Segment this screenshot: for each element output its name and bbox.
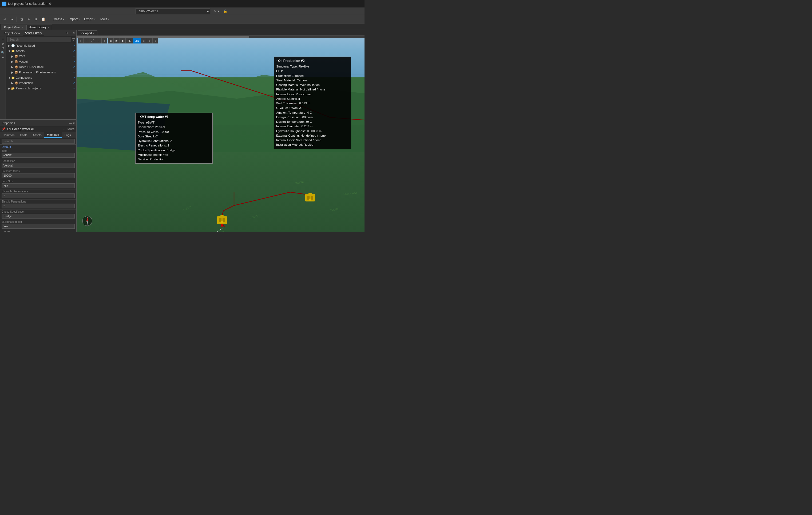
stop-btn[interactable]: ■ <box>120 38 125 44</box>
panel-icon-1[interactable]: ⊞ <box>66 31 68 35</box>
tab-panel-project-view[interactable]: Project View <box>2 31 22 35</box>
svg-rect-15 <box>221 215 224 217</box>
filter-icon[interactable]: ▽ <box>72 38 75 41</box>
side-icon-3[interactable]: ⊞ <box>2 47 4 50</box>
prop-value-hydraulic[interactable]: 2 <box>2 194 75 198</box>
chart-btn[interactable]: ⌇ <box>152 38 158 44</box>
tree-pipeline[interactable]: ▶ 📦 Pipeline and Pipeline Assets ✓ <box>6 70 76 75</box>
prop-label-service: Service <box>2 231 75 232</box>
cut-btn[interactable]: ✂ <box>26 17 32 22</box>
check-riser: ✓ <box>73 66 75 68</box>
panel-icon-3[interactable]: × <box>73 31 75 35</box>
side-icon-2[interactable]: ⊕ <box>2 42 4 46</box>
prop-value-multiphase[interactable]: Yes <box>2 224 75 229</box>
arrow-vessel: ▶ <box>11 60 14 63</box>
tab-asset-library[interactable]: Asset Library × <box>26 25 52 30</box>
delete-btn[interactable]: 🗑 <box>19 17 25 22</box>
mode-2d-btn[interactable]: 2D <box>125 38 133 44</box>
tools-btn[interactable]: Tools ▾ <box>98 17 111 22</box>
project-lock-btn[interactable]: 🔒 <box>222 9 229 13</box>
import-btn[interactable]: Import ▾ <box>67 17 82 22</box>
prop-search <box>0 138 76 145</box>
search-bar: ▽ <box>6 36 76 43</box>
svg-rect-20 <box>311 196 313 200</box>
prop-label-multiphase: Multiphase meter <box>2 221 75 223</box>
next-btn[interactable]: ↓ <box>102 38 107 44</box>
prop-icon-1[interactable]: — <box>69 121 72 124</box>
mode-3d-btn[interactable]: 3D <box>133 38 141 44</box>
paste-btn[interactable]: 📋 <box>39 17 47 22</box>
tree-recently-used[interactable]: ▶ 🕐 Recently Used ✓ <box>6 43 76 48</box>
close-viewport[interactable]: × <box>93 32 95 35</box>
prop-tabs: Common Costs Assets Metadata Logs <box>0 132 76 138</box>
close-project-view[interactable]: × <box>21 26 23 29</box>
prop-row-electric: Electric Penetrations 2 <box>0 200 76 210</box>
check-production: ✓ <box>73 82 75 85</box>
side-icon-5[interactable]: ◈ <box>2 56 4 59</box>
tree-vessel[interactable]: ▶ 📦 Vessel ✓ <box>6 59 76 64</box>
xmt-device-2[interactable] <box>305 193 315 201</box>
tree-assets[interactable]: ▼ 📁 Assets ✓ <box>6 48 76 54</box>
tree-connections[interactable]: ▼ 📁 Connections ✓ <box>6 75 76 80</box>
prev-btn[interactable]: ↑ <box>96 38 102 44</box>
tree-xmt[interactable]: ▶ 📦 XMT ✓ <box>6 54 76 59</box>
prop-row-bore: Bore Size 7x7 <box>0 179 76 190</box>
tab-project-view[interactable]: Project View × <box>1 25 26 30</box>
undo-btn[interactable]: ↩ <box>2 17 8 22</box>
prop-tab-assets[interactable]: Assets <box>30 132 44 138</box>
create-btn[interactable]: Create ▾ <box>51 17 66 22</box>
tree-production[interactable]: ▶ 📦 Production ✓ <box>6 80 76 86</box>
project-tools-btn[interactable]: ✕ ▾ <box>212 9 221 13</box>
check-xmt: ✓ <box>73 55 75 58</box>
viewport-toolbar: + − ⛶ ↑ ↓ ≡ ▶ ■ 2D 3D ● ○ ⌇ <box>78 38 158 44</box>
zoom-in-btn[interactable]: + <box>78 38 83 44</box>
prop-value-choke[interactable]: Bridge <box>2 214 75 219</box>
svg-marker-4 <box>77 99 170 152</box>
left-panels: Project View Asset Library ⊞ — × ☰ ⊕ ⊞ 🔍… <box>0 30 77 232</box>
side-icon-4[interactable]: 🔍 <box>1 51 5 54</box>
tab-viewport[interactable]: Viewport × <box>78 30 97 35</box>
prop-value-pressure[interactable]: 10000 <box>2 173 75 178</box>
prop-icon-2[interactable]: × <box>73 121 75 124</box>
prop-tab-logs[interactable]: Logs <box>62 132 74 138</box>
tab-panel-asset-library[interactable]: Asset Library <box>23 31 44 35</box>
project-select[interactable]: Sub Project 1 <box>136 8 210 14</box>
gear-icon[interactable]: ⚙ <box>49 2 52 6</box>
redo-btn[interactable]: ↪ <box>8 17 15 22</box>
arrow-production: ▶ <box>11 81 14 85</box>
prop-row-type: Type eSWT <box>0 149 76 159</box>
prop-label-bore: Bore Size <box>2 180 75 183</box>
sphere1-btn[interactable]: ● <box>141 38 147 44</box>
prop-more-btn[interactable]: ⋯ More <box>63 127 75 131</box>
prop-value-electric[interactable]: 2 <box>2 204 75 208</box>
search-input[interactable] <box>7 37 71 42</box>
tree-riser[interactable]: ▶ 📦 Riser & Riser Base ✓ <box>6 64 76 70</box>
prop-search-input[interactable] <box>2 139 75 144</box>
prop-value-connection[interactable]: Vertical <box>2 163 75 168</box>
import-label: Import <box>68 17 78 21</box>
prop-tab-metadata[interactable]: Metadata <box>44 132 62 138</box>
copy-btn[interactable]: ⧉ <box>33 17 39 22</box>
svg-point-22 <box>309 199 311 201</box>
tree-parent-sub-projects[interactable]: ▶ 📂 Parent sub projects ✓ <box>6 86 76 91</box>
panel-icon-2[interactable]: — <box>69 31 72 35</box>
zoom-out-btn[interactable]: − <box>83 38 89 44</box>
prop-tab-costs[interactable]: Costs <box>17 132 30 138</box>
tools-label: Tools <box>100 17 107 21</box>
close-asset-library[interactable]: × <box>48 26 49 29</box>
prop-value-type[interactable]: eSWT <box>2 153 75 158</box>
prop-value-bore[interactable]: 7x7 <box>2 183 75 188</box>
viewport: Viewport × + − ⛶ ↑ ↓ ≡ ▶ ■ 2D 3D ● <box>77 30 365 232</box>
separator-1 <box>17 17 17 22</box>
viewport-scrollbar[interactable] <box>77 36 365 38</box>
check-pipeline: ✓ <box>73 71 75 74</box>
fit-btn[interactable]: ⛶ <box>89 38 96 44</box>
play-btn[interactable]: ▶ <box>113 38 120 44</box>
prop-tab-common[interactable]: Common <box>0 132 17 138</box>
side-icon-1[interactable]: ☰ <box>2 37 4 41</box>
arrow-xmt: ▶ <box>11 55 14 58</box>
layers-btn[interactable]: ≡ <box>108 38 113 44</box>
create-label: Create <box>53 17 62 21</box>
export-btn[interactable]: Export ▾ <box>82 17 97 22</box>
sphere2-btn[interactable]: ○ <box>147 38 153 44</box>
